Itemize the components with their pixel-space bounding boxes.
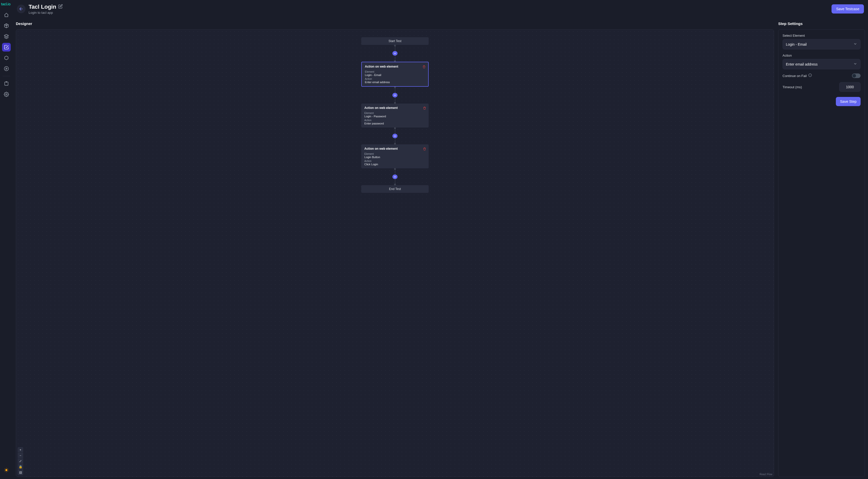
trash-icon — [423, 148, 426, 151]
step-element-label: Element — [364, 153, 426, 155]
action-dropdown[interactable]: Enter email address — [782, 59, 861, 69]
fit-view-button[interactable]: ⤢ — [18, 458, 23, 464]
package-icon — [4, 55, 9, 60]
end-node[interactable]: End Test — [361, 185, 429, 193]
step-element-label: Element — [365, 70, 425, 73]
select-element-value: Login - Email — [786, 42, 807, 46]
delete-step-button[interactable] — [423, 106, 426, 111]
continue-on-fail-label: Continue on Fail — [782, 74, 807, 78]
page-subtitle: Login to tacl app — [29, 11, 63, 14]
home-icon — [4, 12, 9, 18]
add-step-button[interactable]: + — [393, 51, 398, 55]
step-action-label: Action — [365, 77, 425, 81]
sidebar-item-package[interactable] — [2, 54, 11, 62]
minimap-button[interactable]: ▤ — [18, 470, 23, 475]
connector: + — [361, 128, 429, 145]
step-node-1[interactable]: Action on web element Element Login - Em… — [361, 62, 429, 87]
step-element-label: Element — [364, 112, 426, 115]
save-testcase-button[interactable]: Save Testcase — [832, 4, 864, 13]
settings-panel: Step Settings Select Element Login - Ema… — [776, 18, 868, 479]
connector: + — [361, 87, 429, 103]
step-node-2[interactable]: Action on web element Element Login - Pa… — [361, 103, 429, 128]
add-step-button[interactable]: + — [393, 134, 398, 138]
back-button[interactable] — [17, 5, 26, 13]
step-node-3[interactable]: Action on web element Element Login Butt… — [361, 145, 429, 168]
connector: + — [361, 45, 429, 62]
step-node-title: Action on web element — [364, 147, 426, 151]
step-action-value: Click Login — [364, 163, 426, 166]
add-step-button[interactable]: + — [393, 174, 398, 179]
pencil-icon — [58, 4, 63, 9]
select-element-label: Select Element — [782, 34, 861, 37]
svg-point-0 — [4, 67, 9, 71]
field-select-element: Select Element Login - Email — [782, 34, 861, 50]
designer-panel: Designer Start Test + Action on web elem… — [13, 18, 776, 479]
step-action-value: Enter email address — [365, 81, 425, 84]
sidebar-item-home[interactable] — [2, 11, 11, 20]
chevron-down-icon — [853, 62, 857, 67]
puzzle-icon — [4, 81, 9, 86]
field-continue-on-fail: Continue on Fail — [782, 73, 861, 78]
delete-step-button[interactable] — [423, 147, 426, 152]
info-icon[interactable] — [808, 73, 812, 78]
play-icon — [4, 66, 9, 71]
zoom-out-button[interactable]: − — [18, 453, 23, 458]
step-action-label: Action — [364, 119, 426, 122]
delete-step-button[interactable] — [423, 65, 426, 69]
step-action-label: Action — [364, 160, 426, 162]
trash-icon — [423, 107, 426, 110]
sidebar-item-layers[interactable] — [2, 32, 11, 41]
zoom-in-button[interactable]: + — [18, 447, 23, 453]
flow-container: Start Test + Action on web element Eleme… — [361, 37, 429, 193]
step-action-value: Enter password — [364, 122, 426, 125]
canvas-attribution: React Flow — [760, 473, 772, 476]
sidebar-item-document[interactable] — [2, 43, 11, 52]
page-header: Tacl Login Login to tacl app Save Testca… — [13, 0, 868, 18]
field-action: Action Enter email address — [782, 54, 861, 69]
title-block: Tacl Login Login to tacl app — [29, 4, 63, 14]
nav-sidebar — [0, 7, 13, 479]
document-check-icon — [4, 45, 9, 50]
arrow-left-icon — [19, 6, 24, 11]
sidebar-item-play[interactable] — [2, 64, 11, 73]
svg-point-4 — [6, 469, 7, 471]
layers-icon — [4, 34, 9, 39]
start-node[interactable]: Start Test — [361, 37, 429, 45]
edit-title-button[interactable] — [58, 4, 63, 10]
flow-canvas[interactable]: Start Test + Action on web element Eleme… — [16, 29, 774, 477]
step-node-title: Action on web element — [365, 65, 425, 68]
lock-button[interactable]: 🔒 — [18, 464, 23, 470]
trash-icon — [423, 65, 426, 68]
add-step-button[interactable]: + — [393, 93, 398, 97]
step-node-title: Action on web element — [364, 106, 426, 110]
step-element-value: Login Button — [364, 156, 426, 159]
canvas-controls: + − ⤢ 🔒 ▤ — [18, 447, 23, 475]
field-timeout: Timeout (ms) — [782, 82, 861, 92]
connector: + — [361, 168, 429, 185]
action-label: Action — [782, 54, 861, 57]
sidebar-item-theme[interactable] — [2, 466, 11, 474]
timeout-label: Timeout (ms) — [782, 85, 802, 89]
brand-logo: tacl.io — [1, 2, 10, 6]
chevron-down-icon — [853, 42, 857, 47]
save-step-button[interactable]: Save Step — [836, 97, 861, 106]
settings-title: Step Settings — [778, 22, 865, 26]
sun-icon — [4, 468, 9, 473]
action-value: Enter email address — [786, 62, 818, 66]
box-icon — [4, 23, 9, 28]
designer-title: Designer — [16, 22, 774, 26]
settings-body: Select Element Login - Email Action Ente… — [778, 29, 865, 477]
sidebar-item-box[interactable] — [2, 22, 11, 30]
timeout-input[interactable] — [839, 82, 861, 92]
page-title: Tacl Login — [29, 4, 56, 10]
continue-on-fail-toggle[interactable] — [852, 73, 861, 78]
step-element-value: Login - Password — [364, 115, 426, 118]
step-element-value: Login - Email — [365, 73, 425, 76]
main-content: Designer Start Test + Action on web elem… — [13, 18, 868, 479]
gear-icon — [4, 92, 9, 97]
sidebar-item-settings[interactable] — [2, 90, 11, 99]
sidebar-item-extensions[interactable] — [2, 79, 11, 88]
svg-point-3 — [6, 94, 7, 95]
select-element-dropdown[interactable]: Login - Email — [782, 39, 861, 50]
